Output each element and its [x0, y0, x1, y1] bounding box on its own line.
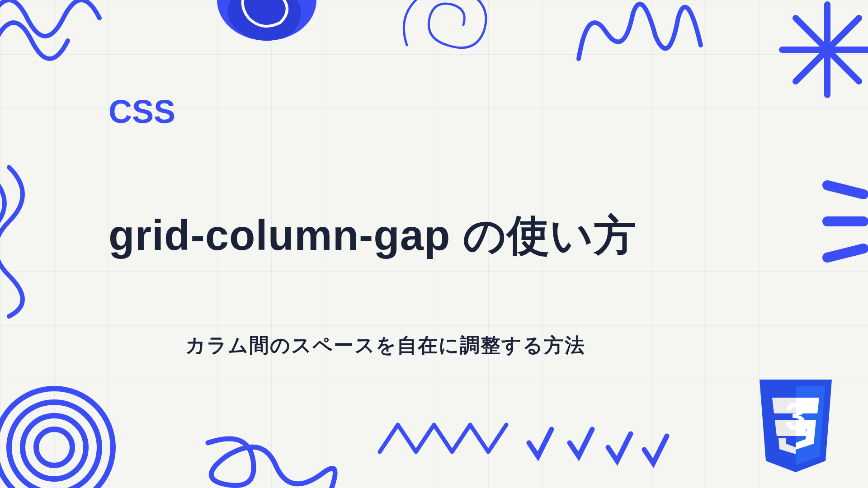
css3-logo-icon: 3 — [750, 375, 841, 479]
page-title: grid-column-gap の使い方 — [108, 207, 814, 264]
page-subtitle: カラム間のスペースを自在に調整する方法 — [185, 332, 814, 359]
content-area: CSS grid-column-gap の使い方 カラム間のスペースを自在に調整… — [0, 0, 868, 488]
category-label: CSS — [108, 93, 814, 130]
css3-badge-text: 3 — [785, 394, 806, 437]
